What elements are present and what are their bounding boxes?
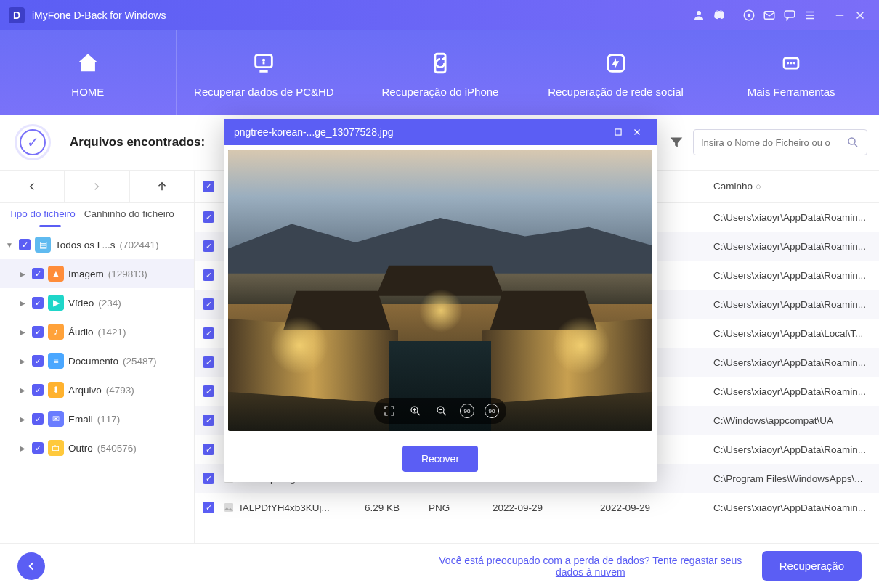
pc-recovery-icon	[251, 48, 276, 78]
nav-up-button[interactable]	[129, 171, 194, 202]
tree-other[interactable]: ▶ ✓ 🗀 Outro (540576)	[0, 433, 194, 462]
tree-video[interactable]: ▶ ✓ ▶ Vídeo (234)	[0, 288, 194, 317]
nav-pchd[interactable]: Recuperar dados de PC&HD	[176, 30, 352, 115]
preview-close-icon[interactable]	[628, 123, 647, 142]
file-path: C:\Users\xiaoyr\AppData\Roamin...	[713, 270, 879, 281]
checkbox[interactable]: ✓	[32, 326, 44, 338]
nav-social[interactable]: Recuperação de rede social	[528, 30, 704, 115]
zoom-out-icon[interactable]	[434, 403, 450, 419]
file-name: IALPDfYH4xb3KUj...	[240, 502, 330, 513]
checkbox[interactable]: ✓	[19, 239, 31, 250]
settings-icon[interactable]	[739, 5, 759, 25]
navbar: HOME Recuperar dados de PC&HD Recuperaçã…	[0, 30, 879, 115]
cloud-promo-link[interactable]: Você está preocupado com a perda de dado…	[431, 555, 750, 578]
zoom-in-icon[interactable]	[408, 403, 424, 419]
row-checkbox[interactable]: ✓	[203, 269, 214, 281]
checkbox[interactable]: ✓	[32, 268, 44, 279]
file-size: 6.29 KB	[365, 502, 429, 513]
document-icon: ≡	[48, 353, 64, 369]
nav-forward-button[interactable]	[64, 171, 129, 202]
tree-email[interactable]: ▶ ✓ ✉ Email (117)	[0, 404, 194, 433]
archive-icon: ⬍	[48, 382, 64, 398]
tree-audio[interactable]: ▶ ✓ ♪ Áudio (1421)	[0, 317, 194, 346]
caret-right-icon[interactable]: ▶	[17, 386, 28, 394]
mail-icon[interactable]	[759, 5, 779, 25]
caret-right-icon[interactable]: ▶	[17, 415, 28, 423]
preview-titlebar[interactable]: pngtree-korean-...ge_13077528.jpg	[224, 119, 657, 145]
preview-modal: pngtree-korean-...ge_13077528.jpg 90 90 …	[224, 119, 657, 482]
fullscreen-icon[interactable]	[381, 403, 397, 419]
row-checkbox[interactable]: ✓	[203, 444, 214, 455]
video-icon: ▶	[48, 295, 64, 311]
row-checkbox[interactable]: ✓	[203, 385, 214, 397]
row-checkbox[interactable]: ✓	[203, 415, 214, 426]
select-all-checkbox[interactable]: ✓	[203, 181, 214, 192]
menu-icon[interactable]	[800, 5, 820, 25]
nav-back-button[interactable]	[0, 171, 64, 202]
row-checkbox[interactable]: ✓	[203, 327, 214, 339]
tree-image[interactable]: ▶ ✓ ▲ Imagem (129813)	[0, 259, 194, 288]
tree-all-files[interactable]: ▼ ✓ ▤ Todos os F...s (702441)	[0, 230, 194, 259]
close-icon[interactable]	[850, 5, 870, 25]
file-path: C:\Users\xiaoyr\AppData\Roamin...	[713, 212, 879, 223]
row-checkbox[interactable]: ✓	[203, 211, 214, 223]
caret-down-icon[interactable]: ▼	[4, 241, 15, 249]
tab-file-type[interactable]: Tipo do ficheiro	[9, 208, 76, 225]
search-icon[interactable]	[846, 136, 859, 149]
preview-filename: pngtree-korean-...ge_13077528.jpg	[234, 126, 394, 138]
filter-icon[interactable]	[668, 134, 684, 150]
nav-home-label: HOME	[71, 86, 104, 98]
checkbox[interactable]: ✓	[32, 413, 44, 425]
preview-recover-button[interactable]: Recover	[402, 446, 478, 472]
checkbox[interactable]: ✓	[32, 384, 44, 396]
minimize-icon[interactable]	[830, 5, 850, 25]
table-row[interactable]: ✓ IALPDfYH4xb3KUj... 6.29 KB PNG 2022-09…	[195, 493, 879, 522]
row-checkbox[interactable]: ✓	[203, 473, 214, 484]
tree-count: (702441)	[120, 240, 159, 250]
audio-icon: ♪	[48, 324, 64, 340]
column-path[interactable]: Caminho◇	[713, 181, 879, 192]
files-found-label: Arquivos encontrados:	[70, 135, 205, 150]
nav-iphone[interactable]: Recuperação do iPhone	[352, 30, 528, 115]
checkbox[interactable]: ✓	[32, 297, 44, 309]
account-icon[interactable]	[689, 5, 709, 25]
file-thumbnail-icon	[222, 501, 235, 514]
sort-icon[interactable]: ◇	[756, 182, 761, 190]
tree-document[interactable]: ▶ ✓ ≡ Documento (25487)	[0, 346, 194, 375]
checkbox[interactable]: ✓	[32, 442, 44, 454]
tree-label: Todos os F...s	[55, 240, 116, 250]
checkbox[interactable]: ✓	[32, 355, 44, 367]
row-checkbox[interactable]: ✓	[203, 356, 214, 368]
recover-button[interactable]: Recuperação	[762, 551, 862, 581]
file-path: C:\Users\xiaoyr\AppData\Roamin...	[713, 444, 879, 455]
nav-home[interactable]: HOME	[0, 30, 176, 115]
search-input[interactable]	[701, 137, 846, 148]
back-button[interactable]	[17, 552, 45, 580]
tree-count: (129813)	[108, 269, 147, 279]
caret-right-icon[interactable]: ▶	[17, 299, 28, 307]
caret-right-icon[interactable]: ▶	[17, 270, 28, 278]
search-box[interactable]	[693, 129, 867, 155]
caret-right-icon[interactable]: ▶	[17, 444, 28, 452]
discord-icon[interactable]	[709, 5, 729, 25]
rotate-right-icon[interactable]: 90	[485, 404, 499, 418]
nav-social-label: Recuperação de rede social	[548, 86, 684, 98]
caret-right-icon[interactable]: ▶	[17, 357, 28, 365]
image-icon: ▲	[48, 266, 64, 282]
caret-right-icon[interactable]: ▶	[17, 328, 28, 336]
svg-rect-16	[615, 129, 621, 135]
file-date-modified: 2022-09-29	[600, 502, 713, 513]
tab-file-path[interactable]: Canhinho do ficheiro	[84, 208, 174, 225]
row-checkbox[interactable]: ✓	[203, 298, 214, 310]
feedback-icon[interactable]	[779, 5, 800, 25]
tree-archive[interactable]: ▶ ✓ ⬍ Arquivo (4793)	[0, 375, 194, 404]
nav-tools[interactable]: Mais Ferramentas	[703, 30, 879, 115]
rotate-left-icon[interactable]: 90	[460, 404, 474, 418]
svg-point-11	[790, 62, 793, 64]
row-checkbox[interactable]: ✓	[203, 240, 214, 252]
svg-point-6	[262, 58, 265, 61]
file-type: PNG	[429, 502, 493, 513]
footer: Você está preocupado com a perda de dado…	[0, 543, 879, 588]
row-checkbox[interactable]: ✓	[203, 502, 214, 513]
preview-maximize-icon[interactable]	[609, 123, 628, 142]
